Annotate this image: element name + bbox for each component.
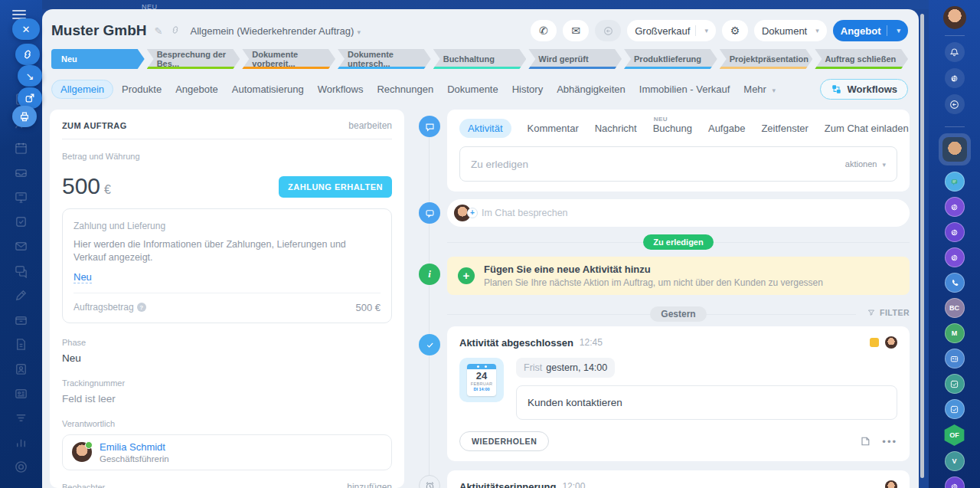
todo-input[interactable]: Zu erledigen aktionen ▾	[459, 146, 897, 182]
tab-produkte[interactable]: Produkte	[115, 80, 168, 99]
phone-integration-icon[interactable]	[945, 273, 965, 293]
messenger-icon[interactable]	[945, 172, 965, 192]
scrollbar[interactable]	[920, 14, 924, 478]
stage-projektpraesentation[interactable]: Projektpräsentation	[720, 49, 813, 69]
call-button[interactable]: ✆	[531, 20, 557, 41]
stage-dokumente-vorbereiten[interactable]: Dokumente vorbereit...	[242, 49, 335, 69]
stage-besprechung[interactable]: Besprechung der Bes...	[147, 49, 240, 69]
funnel-icon[interactable]	[14, 411, 28, 425]
mail-icon[interactable]	[14, 239, 28, 254]
new-payment-link[interactable]: Neu	[74, 271, 92, 283]
plus-icon[interactable]: +	[458, 267, 475, 284]
tasks-integration-icon[interactable]	[945, 374, 965, 394]
board-icon[interactable]	[14, 190, 28, 205]
archive-icon[interactable]	[14, 313, 28, 327]
edit-icon[interactable]	[14, 288, 28, 303]
filter-button[interactable]: FILTER	[867, 308, 910, 317]
stage-neu[interactable]: Neu	[51, 49, 145, 69]
stage-dokumente-unterschreiben[interactable]: Dokumente untersch...	[338, 49, 431, 69]
left-sidebar: ✕ ↘	[0, 0, 42, 488]
tab-allgemein[interactable]: Allgemein	[51, 80, 113, 99]
add-activity-banner[interactable]: + Fügen Sie eine neue Aktivität hinzu Pl…	[447, 257, 910, 295]
stage-buchhaltung[interactable]: Buchhaltung	[433, 49, 527, 69]
integration-spiral-icon[interactable]	[945, 477, 965, 488]
notifications-bell-icon[interactable]	[945, 42, 965, 62]
composer-tab-nachricht[interactable]: Nachricht	[595, 123, 637, 134]
tab-dokumente[interactable]: Dokumente	[440, 80, 505, 99]
email-button[interactable]: ✉	[563, 20, 589, 41]
calendar-icon[interactable]	[14, 141, 28, 156]
integration-spiral-icon[interactable]	[945, 247, 965, 267]
chat-arrow-icon[interactable]	[945, 94, 965, 114]
contact-card-icon[interactable]	[14, 386, 28, 401]
stats-icon[interactable]	[14, 435, 28, 450]
chats-icon[interactable]	[14, 264, 28, 278]
add-participant-icon[interactable]: +	[467, 208, 478, 218]
tab-workflows[interactable]: Workflows	[311, 80, 371, 99]
composer-tab-aktivitaet[interactable]: Aktivität	[459, 119, 511, 138]
document-dropdown[interactable]: Dokument▾	[754, 20, 827, 41]
deal-header: Muster GmbH ✎ Allgemein (Wiederkehrender…	[42, 9, 919, 100]
tab-mehr[interactable]: Mehr ▾	[737, 80, 782, 99]
integration-spiral-icon[interactable]	[945, 222, 965, 242]
link-icon[interactable]	[170, 25, 181, 38]
stage-produktlieferung[interactable]: Produktlieferung	[624, 49, 717, 69]
payment-received-button[interactable]: ZAHLUNG ERHALTEN	[279, 176, 392, 198]
sale-type-dropdown[interactable]: Großverkauf▾	[627, 20, 716, 41]
tab-rechnungen[interactable]: Rechnungen	[370, 80, 440, 99]
responsible-card[interactable]: Emilia Schmidt Geschäftsführerin	[62, 434, 392, 470]
contact-card-integration-icon[interactable]	[945, 349, 965, 368]
workflows-button[interactable]: Workflows	[820, 79, 909, 100]
copy-link-icon[interactable]	[15, 44, 40, 65]
pipeline-selector[interactable]: Allgemein (Wiederkehrender Auftrag)▾	[190, 25, 360, 37]
chat-input[interactable]: + Im Chat besprechen	[447, 199, 910, 227]
spiral-icon[interactable]	[945, 68, 965, 88]
todo-badge[interactable]: Zu erledigen	[643, 234, 713, 250]
activity-bubble-icon	[419, 116, 440, 137]
repeat-button[interactable]: WIEDERHOLEN	[459, 431, 549, 451]
composer-tab-zum-chat-einladen[interactable]: Zum Chat einladen	[825, 123, 909, 134]
actions-dropdown[interactable]: aktionen ▾	[845, 159, 886, 169]
edit-title-icon[interactable]: ✎	[155, 25, 163, 37]
todo-icon[interactable]	[14, 215, 28, 229]
composer-tab-kommentar[interactable]: Kommentar	[528, 123, 579, 134]
note-icon[interactable]	[859, 435, 871, 447]
phase-label: Phase	[62, 338, 86, 347]
composer-tab-zeitfenster[interactable]: Zeitfenster	[761, 123, 808, 134]
tab-history[interactable]: History	[505, 80, 550, 99]
stage-wird-geprueft[interactable]: Wird geprüft	[528, 49, 622, 69]
teammate-avatar[interactable]	[939, 133, 971, 165]
tab-abhaengigkeiten[interactable]: Abhängigkeiten	[550, 80, 632, 99]
stage-auftrag-schliessen[interactable]: Auftrag schließen	[815, 49, 908, 69]
personnel-icon[interactable]	[14, 362, 28, 376]
tab-angebote[interactable]: Angebote	[168, 80, 225, 99]
document-icon[interactable]	[14, 337, 28, 352]
alarm-icon	[419, 475, 440, 488]
settings-button[interactable]: ⚙	[722, 20, 748, 41]
angebot-button[interactable]: Angebot▾	[833, 20, 908, 41]
settings-icon[interactable]	[14, 460, 28, 474]
close-icon[interactable]: ✕	[12, 18, 40, 40]
tasks-integration-icon[interactable]	[945, 399, 965, 419]
edit-link[interactable]: bearbeiten	[348, 120, 392, 131]
integration-badge[interactable]: M	[945, 323, 965, 343]
integration-badge[interactable]: BC	[945, 298, 965, 318]
avatar	[72, 442, 92, 462]
inbox-icon[interactable]	[14, 165, 28, 180]
tab-immobilien-verkauf[interactable]: Immobilien - Verkauf	[632, 80, 737, 99]
composer-tab-buchung[interactable]: NEUBuchung	[653, 123, 692, 134]
more-icon[interactable]: •••	[882, 436, 897, 447]
print-icon[interactable]	[12, 106, 37, 127]
composer-tab-aufgabe[interactable]: Aufgabe	[708, 123, 745, 134]
integration-badge[interactable]: OF	[944, 424, 965, 446]
activity-title: Aktivität abgeschlossen	[459, 337, 573, 349]
integration-spiral-icon[interactable]	[945, 197, 965, 217]
tab-automatisierung[interactable]: Automatisierung	[225, 80, 311, 99]
responsible-name[interactable]: Emilia Schmidt	[100, 441, 169, 453]
minimize-icon[interactable]: ↘	[18, 65, 42, 87]
integration-badge[interactable]: V	[945, 451, 965, 471]
user-avatar[interactable]	[943, 6, 966, 29]
add-watcher-link[interactable]: hinzufügen	[347, 482, 392, 488]
help-icon[interactable]: ?	[137, 303, 146, 312]
page-backdrop: NEU	[42, 0, 929, 9]
